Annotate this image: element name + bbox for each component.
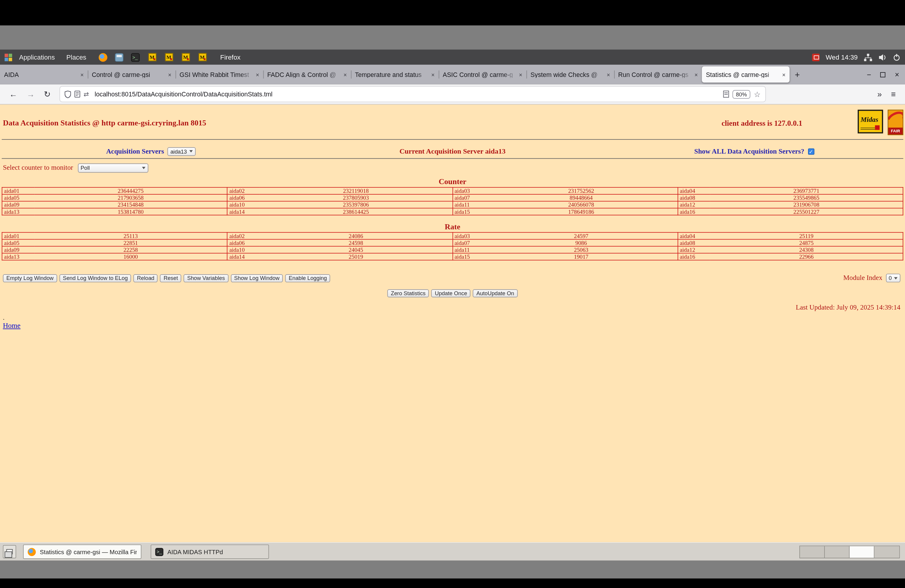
tab-close-icon[interactable]: × [256,71,259,78]
tab-2[interactable]: Control @ carme-gsi× [88,67,175,83]
app-menu-icon[interactable]: ≡ [886,89,900,99]
applications-menu[interactable]: Applications [14,54,59,60]
tab-close-icon[interactable]: × [80,71,84,78]
server-value-cell: 217903658 [35,194,227,201]
tab-8[interactable]: Run Control @ carme-gs× [614,67,702,83]
server-value-cell: 24875 [710,239,903,246]
tab-5[interactable]: Temperature and status× [351,67,439,83]
letterbox-top [0,0,905,25]
tab-close-icon[interactable]: × [168,71,171,78]
show-all-label: Show ALL Data Acquisition Servers? [694,147,805,156]
workspace-1[interactable] [800,546,825,558]
network-icon[interactable] [864,53,872,61]
send-log-window-to-elog-button[interactable]: Send Log Window to ELog [59,274,131,282]
midas-launcher-icon[interactable]: M [165,53,173,61]
acquisition-servers-label: Acquisition Servers [106,147,164,156]
reader-mode-icon[interactable] [723,91,729,98]
server-name-cell: aida02 [227,232,259,239]
maximize-button[interactable] [880,72,886,77]
server-name-cell: aida11 [452,246,485,253]
acquisition-server-select[interactable]: aida13 [168,147,196,156]
taskbar-window-button[interactable]: >_AIDA MIDAS HTTPd [151,545,269,559]
new-tab-button[interactable]: + [789,70,805,79]
server-name-cell: aida06 [227,239,259,246]
divider [2,139,903,140]
midas-launcher-icon[interactable]: M [198,53,206,61]
workspace-3[interactable] [849,546,875,558]
reset-button[interactable]: Reset [160,274,181,282]
url-text[interactable]: localhost:8015/DataAcquisitionControl/Da… [95,91,272,98]
forward-button[interactable]: → [22,89,39,99]
enable-logging-button[interactable]: Enable Logging [285,274,330,282]
server-name-cell: aida08 [678,239,710,246]
terminal-launcher-icon[interactable]: >_ [131,53,140,61]
server-name-cell: aida06 [227,194,259,201]
tab-4[interactable]: FADC Align & Control @× [263,67,351,83]
server-value-cell: 89448664 [485,194,678,201]
workspace-4[interactable] [875,546,899,558]
counter-select[interactable]: Poll [78,163,148,172]
show-log-window-button[interactable]: Show Log Window [231,274,283,282]
server-name-cell: aida03 [452,232,485,239]
clock[interactable]: Wed 14:39 [826,54,858,60]
server-name-cell: aida09 [2,246,35,253]
volume-icon[interactable] [878,53,886,61]
tab-1[interactable]: AIDA× [0,67,88,83]
autoupdate-on-button[interactable]: AutoUpdate On [473,289,518,297]
server-value-cell: 240566078 [485,201,678,208]
empty-log-window-button[interactable]: Empty Log Window [3,274,57,282]
tab-close-icon[interactable]: × [694,71,698,78]
counter-table: aida01236444275aida02232119018aida032317… [2,187,903,216]
tab-title: Control @ carme-gsi [92,71,166,78]
tracking-protection-shield-icon[interactable] [64,91,71,98]
server-value-cell: 24086 [259,232,452,239]
zero-statistics-button[interactable]: Zero Statistics [387,289,429,297]
show-all-checkbox[interactable]: ✓ [808,148,814,154]
firefox-launcher-icon[interactable] [98,53,107,61]
close-window-button[interactable]: × [895,71,899,78]
bookmark-star-icon[interactable]: ☆ [754,90,761,99]
taskbar: Statistics @ carme-gsi — Mozilla Fir...>… [0,542,905,561]
power-icon[interactable] [893,53,900,61]
reload-button[interactable]: Reload [133,274,158,282]
taskbar-window-button[interactable]: Statistics @ carme-gsi — Mozilla Fir... [23,545,141,559]
module-index-select[interactable]: 0 [886,273,900,282]
site-info-icon[interactable] [74,91,80,98]
reload-button[interactable]: ↻ [39,89,55,99]
overflow-menu-icon[interactable]: » [873,89,886,99]
midas-launcher-icon[interactable]: M [182,53,190,61]
files-launcher-icon[interactable] [114,53,123,61]
show-variables-button[interactable]: Show Variables [184,274,229,282]
midas-launcher-icon[interactable]: M [148,53,156,61]
workspace-2[interactable] [825,546,849,558]
show-desktop-button[interactable] [3,545,16,558]
url-bar[interactable]: ⇄ localhost:8015/DataAcquisitionControl/… [60,86,765,102]
tab-title: System wide Checks @ [530,71,604,78]
tab-close-icon[interactable]: × [607,71,610,78]
tab-7[interactable]: System wide Checks @× [526,67,614,83]
tab-close-icon[interactable]: × [431,71,435,78]
server-name-cell: aida14 [227,208,259,215]
server-name-cell: aida01 [2,188,35,194]
server-value-cell: 232119018 [259,188,452,194]
tab-close-icon[interactable]: × [519,71,522,78]
tab-9[interactable]: Statistics @ carme-gsi× [702,67,789,83]
server-name-cell: aida13 [2,253,35,260]
zoom-level-badge[interactable]: 80% [733,90,751,99]
minimize-button[interactable]: − [867,71,871,78]
places-menu[interactable]: Places [62,54,90,60]
screen-share-icon[interactable] [812,53,819,61]
back-button[interactable]: ← [5,89,22,99]
server-value-cell: 22966 [710,253,903,260]
stat-row: aida01236444275aida02232119018aida032317… [2,188,903,194]
update-once-button[interactable]: Update Once [431,289,470,297]
tab-title: ASIC Control @ carme-g [443,71,516,78]
server-name-cell: aida05 [2,194,35,201]
tab-6[interactable]: ASIC Control @ carme-g× [439,67,526,83]
tab-3[interactable]: GSI White Rabbit Timest× [175,67,263,83]
tab-close-icon[interactable]: × [782,71,786,78]
tab-close-icon[interactable]: × [344,71,347,78]
home-link[interactable]: Home [3,321,21,330]
applications-menu-icon[interactable] [5,53,12,61]
tab-title: AIDA [4,71,78,78]
